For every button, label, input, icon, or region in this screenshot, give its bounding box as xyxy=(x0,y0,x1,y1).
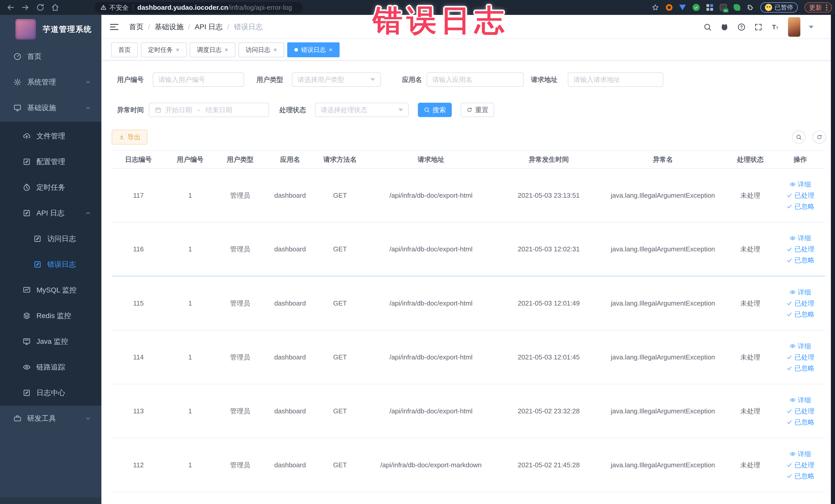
processed-link[interactable]: 已处理 xyxy=(786,299,814,308)
detail-link[interactable]: 详细 xyxy=(790,342,811,351)
reload-icon[interactable] xyxy=(36,3,45,12)
tab-error-log[interactable]: 错误日志× xyxy=(287,42,340,57)
processed-link[interactable]: 已处理 xyxy=(786,191,814,200)
security-warning-icon[interactable] xyxy=(100,4,107,11)
detail-link[interactable]: 详细 xyxy=(790,449,811,459)
col-request-url: 请求地址 xyxy=(365,155,497,164)
extension-icon-green-check[interactable] xyxy=(693,4,700,11)
ignored-link[interactable]: 已忽略 xyxy=(786,364,814,373)
sidebar-item-mysql-monitor[interactable]: MySQL 监控 xyxy=(0,277,101,303)
check-icon xyxy=(786,192,792,199)
sidebar-item-dev-tools[interactable]: 研发工具 xyxy=(0,406,101,431)
breadcrumb-api-log[interactable]: API 日志 xyxy=(195,22,223,32)
chart-monitor-icon xyxy=(23,286,31,294)
check-icon xyxy=(786,408,792,414)
check-icon xyxy=(786,354,792,360)
github-icon[interactable] xyxy=(720,23,729,31)
sidebar-item-java-monitor[interactable]: Java 监控 xyxy=(0,329,101,354)
request-url-input[interactable] xyxy=(573,76,658,84)
process-status-select[interactable]: 请选择处理状态 xyxy=(315,103,409,117)
breadcrumb-infrastructure[interactable]: 基础设施 xyxy=(155,22,184,32)
sidebar-item-home[interactable]: 首页 xyxy=(0,44,101,69)
browser-menu-icon[interactable] xyxy=(826,5,827,11)
browser-update-button[interactable]: 更新 xyxy=(805,2,832,13)
reset-button[interactable]: 重置 xyxy=(461,103,494,117)
sidebar-item-api-log[interactable]: API 日志 xyxy=(0,200,101,226)
table-row: 117 1 管理员 dashboard GET /api/infra/db-do… xyxy=(111,169,825,223)
url-domain[interactable]: dashboard.yudao.iocoder.cn xyxy=(137,4,228,12)
app-name-field[interactable] xyxy=(427,73,524,87)
search-icon[interactable] xyxy=(703,23,712,31)
refresh-table-button[interactable] xyxy=(813,130,826,144)
scrollbar[interactable] xyxy=(831,15,835,504)
sidebar-item-tracing[interactable]: 链路追踪 xyxy=(0,354,101,380)
sidebar-item-error-log[interactable]: 错误日志 xyxy=(0,251,101,277)
ignored-link[interactable]: 已忽略 xyxy=(786,310,814,319)
extensions-puzzle-icon[interactable] xyxy=(747,4,754,11)
sidebar-item-system-management[interactable]: 系统管理 xyxy=(0,69,101,95)
user-type-select[interactable]: 请选择用户类型 xyxy=(292,73,381,87)
font-size-icon[interactable]: TT xyxy=(771,23,779,31)
tab-access-log[interactable]: 访问日志× xyxy=(239,42,284,57)
exception-time-range-picker[interactable]: 开始日期 - 结束日期 xyxy=(149,103,269,117)
cell-request-url: /api/infra/db-doc/export-html xyxy=(365,191,497,200)
detail-link[interactable]: 详细 xyxy=(790,180,811,189)
cell-app-name: dashboard xyxy=(265,407,315,415)
export-button[interactable]: 导出 xyxy=(111,130,148,144)
close-icon[interactable]: × xyxy=(273,47,277,53)
search-button[interactable]: 搜索 xyxy=(418,103,452,117)
paused-extension-pill[interactable]: 已暂停 xyxy=(760,2,798,13)
sidebar-item-access-log[interactable]: 访问日志 xyxy=(0,226,101,251)
security-label[interactable]: 不安全 xyxy=(109,3,128,12)
close-icon[interactable]: × xyxy=(329,47,332,53)
close-icon[interactable]: × xyxy=(225,47,228,53)
sidebar-item-redis-monitor[interactable]: Redis 监控 xyxy=(0,303,101,329)
processed-link[interactable]: 已处理 xyxy=(786,407,814,416)
app-name-input[interactable] xyxy=(432,76,518,84)
processed-link[interactable]: 已处理 xyxy=(786,461,814,469)
request-url-field[interactable] xyxy=(568,73,663,87)
extension-icon-orange[interactable] xyxy=(666,4,673,11)
user-id-field[interactable] xyxy=(153,73,244,87)
toggle-search-button[interactable] xyxy=(792,130,806,144)
fullscreen-icon[interactable] xyxy=(754,23,762,31)
detail-link[interactable]: 详细 xyxy=(790,396,811,405)
close-icon[interactable]: × xyxy=(176,47,179,53)
cell-user-id: 1 xyxy=(165,407,216,415)
back-icon[interactable] xyxy=(6,3,15,12)
detail-link[interactable]: 详细 xyxy=(790,288,811,297)
help-icon[interactable]: ? xyxy=(737,23,746,31)
extension-icon-grid[interactable] xyxy=(707,4,713,11)
home-icon[interactable] xyxy=(51,3,60,12)
check-icon xyxy=(786,462,792,468)
start-date-placeholder[interactable]: 开始日期 xyxy=(165,105,192,115)
sidebar-item-file-management[interactable]: 文件管理 xyxy=(0,123,101,149)
end-date-placeholder[interactable]: 结束日期 xyxy=(206,105,232,115)
extension-icon-sprout[interactable] xyxy=(734,4,740,11)
extension-icon-dark[interactable]: on xyxy=(720,4,727,11)
ignored-link[interactable]: 已忽略 xyxy=(786,418,814,427)
url-path[interactable]: /infra/log/api-error-log xyxy=(228,4,292,12)
sidebar-item-infrastructure[interactable]: 基础设施 xyxy=(0,95,101,121)
ignored-link[interactable]: 已忽略 xyxy=(786,472,814,481)
detail-link[interactable]: 详细 xyxy=(790,234,811,243)
tab-home[interactable]: 首页 xyxy=(111,42,138,57)
processed-link[interactable]: 已处理 xyxy=(786,353,814,362)
menu-fold-icon[interactable] xyxy=(109,22,119,32)
breadcrumb-home[interactable]: 首页 xyxy=(129,22,143,32)
processed-link[interactable]: 已处理 xyxy=(786,245,814,254)
bookmark-star-icon[interactable] xyxy=(651,4,659,11)
sidebar-item-scheduled-tasks[interactable]: 定时任务 xyxy=(0,175,101,200)
extension-icon-blue[interactable] xyxy=(679,5,686,10)
sidebar-item-config-management[interactable]: 配置管理 xyxy=(0,149,101,175)
ignored-link[interactable]: 已忽略 xyxy=(786,202,814,211)
address-bar[interactable]: 不安全 dashboard.yudao.iocoder.cn /infra/lo… xyxy=(95,2,303,13)
sidebar-item-log-center[interactable]: 日志中心 xyxy=(0,380,101,406)
ignored-link[interactable]: 已忽略 xyxy=(786,256,814,265)
avatar-caret-icon[interactable] xyxy=(809,26,813,28)
user-id-input[interactable] xyxy=(158,76,239,84)
user-avatar[interactable] xyxy=(788,17,800,37)
tab-scheduled-tasks[interactable]: 定时任务× xyxy=(141,42,187,57)
forward-icon[interactable] xyxy=(21,3,30,12)
tab-schedule-log[interactable]: 调度日志× xyxy=(190,42,236,57)
